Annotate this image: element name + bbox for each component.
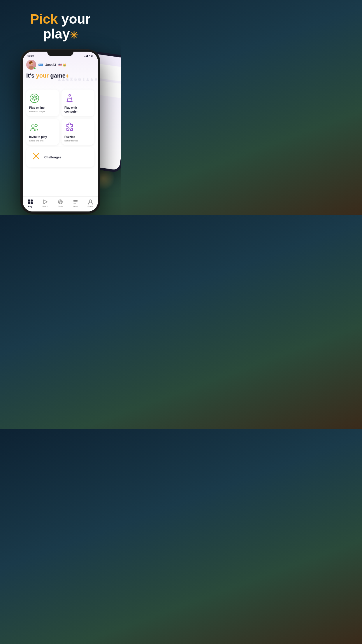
svg-point-27 xyxy=(34,99,35,101)
play-online-subtitle: Random player xyxy=(29,110,45,113)
svg-rect-38 xyxy=(28,200,30,202)
svg-rect-46 xyxy=(73,200,78,201)
play-online-icon xyxy=(29,93,40,104)
pick-word: Pick xyxy=(30,11,58,27)
svg-point-20 xyxy=(34,95,35,97)
card-puzzles[interactable]: Puzzles Better tactics xyxy=(61,119,94,145)
card-invite[interactable]: Invite to play Share the link xyxy=(26,119,59,145)
svg-rect-48 xyxy=(73,203,76,204)
card-play-online[interactable]: Play online Random player xyxy=(26,90,59,116)
svg-rect-39 xyxy=(31,200,33,202)
status-icons xyxy=(85,55,93,57)
play-computer-icon xyxy=(64,93,75,104)
phone-screen: 12:22 xyxy=(23,52,98,211)
phone-notch xyxy=(47,50,73,56)
username: Jess23 xyxy=(45,63,56,66)
svg-point-19 xyxy=(32,96,34,97)
bottom-logo: chess24 xyxy=(38,213,83,215)
nav-profile-label: Profile xyxy=(87,205,93,207)
online-indicator xyxy=(34,67,36,69)
header-title: Pick your play✳ xyxy=(6,12,115,41)
card-challenges[interactable]: Challenges xyxy=(26,147,94,167)
nav-watch-label: Watch xyxy=(43,205,48,207)
hero-your: your xyxy=(36,72,49,79)
your-word: your xyxy=(61,11,91,27)
card-play-computer[interactable]: Play with computer xyxy=(61,90,94,116)
play-computer-title: Play with computer xyxy=(64,106,78,113)
svg-point-45 xyxy=(60,202,61,202)
phone-main: 12:22 xyxy=(21,50,100,213)
challenges-icon xyxy=(31,151,41,161)
svg-marker-42 xyxy=(44,200,47,204)
svg-point-31 xyxy=(32,125,34,127)
svg-point-23 xyxy=(33,97,34,99)
profile-nav-icon xyxy=(87,199,93,205)
svg-point-16 xyxy=(29,62,31,64)
nav-news-label: News xyxy=(73,205,78,207)
svg-point-26 xyxy=(32,99,34,100)
svg-rect-6 xyxy=(85,56,85,57)
svg-rect-10 xyxy=(93,56,93,56)
play-nav-icon xyxy=(27,199,33,205)
svg-point-30 xyxy=(69,95,70,96)
puzzles-icon xyxy=(64,122,75,133)
nav-watch[interactable]: Watch xyxy=(42,199,48,207)
svg-point-21 xyxy=(36,96,37,97)
train-nav-icon xyxy=(57,199,63,205)
challenges-title: Challenges xyxy=(44,155,61,159)
status-time: 12:22 xyxy=(27,55,34,57)
svg-rect-40 xyxy=(28,202,30,204)
user-header: GM Jess23 🇺🇸 👑 xyxy=(26,60,94,70)
cards-grid: Play online Random player xyxy=(26,90,94,145)
puzzles-title: Puzzles xyxy=(64,135,75,139)
play-word: play xyxy=(43,26,70,41)
nav-news[interactable]: News xyxy=(73,199,78,207)
svg-point-49 xyxy=(89,200,92,202)
chess-bg-decoration: ♟♟♞♜♛♚♝♟♞♜ xyxy=(50,72,98,87)
bottom-nav: Play Watch xyxy=(23,196,98,211)
phone-wrapper: Invite to play Share the link Puzzles Be… xyxy=(0,47,121,213)
invite-title: Invite to play xyxy=(29,135,47,139)
header-asterisk: ✳ xyxy=(70,30,78,41)
header-section: Pick your play✳ xyxy=(0,0,121,47)
svg-rect-47 xyxy=(73,202,78,202)
svg-rect-11 xyxy=(91,56,93,57)
nav-play-label: Play xyxy=(28,205,32,207)
nav-play[interactable]: Play xyxy=(27,199,33,207)
hero-section: ♟♟♞♜♛♚♝♟♞♜ It's your game✳ xyxy=(26,72,94,87)
svg-point-28 xyxy=(36,99,37,100)
news-nav-icon xyxy=(73,199,78,205)
svg-rect-41 xyxy=(31,202,33,204)
user-flags: 🇺🇸 👑 xyxy=(58,63,66,66)
nav-profile[interactable]: Profile xyxy=(87,199,93,207)
invite-icon xyxy=(29,122,40,133)
watch-nav-icon xyxy=(42,199,48,205)
avatar-wrapper xyxy=(26,60,36,70)
puzzles-subtitle: Better tactics xyxy=(64,139,78,142)
nav-train[interactable]: Train xyxy=(57,199,63,207)
svg-point-24 xyxy=(35,97,36,99)
play-online-title: Play online xyxy=(29,106,45,110)
gm-badge: GM xyxy=(38,64,43,66)
svg-point-13 xyxy=(29,66,34,69)
hero-its: It's xyxy=(26,72,36,79)
svg-rect-7 xyxy=(86,56,87,57)
app-content: GM Jess23 🇺🇸 👑 ♟♟♞♜♛♚♝♟♞♜ It's your game… xyxy=(23,59,98,198)
svg-rect-8 xyxy=(87,55,88,57)
svg-point-32 xyxy=(35,124,37,127)
invite-subtitle: Share the link xyxy=(29,139,43,142)
nav-train-label: Train xyxy=(58,205,63,207)
